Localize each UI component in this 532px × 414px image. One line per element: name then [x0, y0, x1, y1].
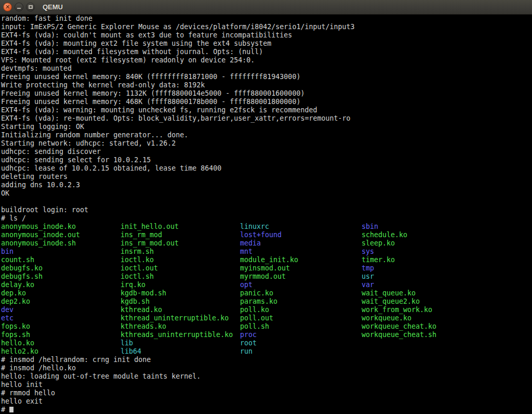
session-log: # insmod /hellrandom: crng init done# in… — [1, 356, 532, 406]
ls-entry-exec: dep2.ko — [1, 297, 121, 306]
ls-entry-exec: count.sh — [1, 256, 121, 264]
maximize-icon — [29, 5, 33, 9]
ls-entry-exec: ins_rm_mod.out — [121, 239, 240, 248]
window-titlebar[interactable]: ✕ QEMU — [0, 0, 532, 15]
ls-entry-exec: module_init.ko — [240, 256, 362, 264]
ls-entry-exec: ioctl.out — [121, 264, 240, 273]
ls-entry-dir: mnt — [240, 248, 362, 256]
ls-entry-exec: schedule.ko — [362, 231, 436, 239]
terminal-line: input: ImExPS/2 Generic Explorer Mouse a… — [1, 23, 532, 31]
terminal-line: Freeing unused kernel memory: 1132K (fff… — [1, 89, 532, 98]
terminal-line: EXT4-fs (vda): couldn't mount as ext3 du… — [1, 31, 532, 40]
terminal-line: udhcpc: lease of 10.0.2.15 obtained, lea… — [1, 164, 532, 173]
terminal-line: Starting logging: OK — [1, 123, 532, 131]
ls-entry-exec: anonymous_inode.out — [1, 231, 121, 239]
terminal-line: # insmod /hello.ko — [1, 364, 532, 372]
close-icon: ✕ — [5, 4, 10, 10]
terminal-line: VFS: Mounted root (ext2 filesystem) read… — [1, 56, 532, 64]
ls-entry-dir: bin — [1, 248, 121, 256]
ls-entry-dir: opt — [240, 281, 362, 289]
ls-entry-exec: myinsmod.out — [240, 264, 362, 273]
terminal-line: buildroot login: root — [1, 206, 532, 214]
minimize-icon — [17, 8, 21, 9]
terminal-line: hello exit — [1, 397, 532, 406]
ls-entry-exec: poll.sh — [240, 322, 362, 331]
terminal-line: random: fast init done — [1, 15, 532, 23]
ls-entry-link: run — [240, 347, 362, 356]
ls-entry-dir: tmp — [362, 264, 436, 273]
ls-entry-exec: workqueue_cheat.ko — [362, 322, 436, 331]
terminal-line: hello: loading out-of-tree module taints… — [1, 372, 532, 381]
ls-entry-exec: kthread.ko — [121, 306, 240, 314]
cursor — [9, 407, 14, 412]
terminal-line: Freeing unused kernel memory: 840K (ffff… — [1, 73, 532, 81]
ls-entry-exec: workqueue.ko — [362, 314, 436, 322]
terminal-line: # rmmod hello — [1, 389, 532, 397]
boot-log: random: fast init doneinput: ImExPS/2 Ge… — [1, 15, 532, 223]
terminal-line: EXT4-fs (vda): mounting ext2 file system… — [1, 40, 532, 48]
terminal-line: hello init — [1, 381, 532, 389]
terminal-line — [1, 198, 532, 206]
ls-column: anonymous_inode.koanonymous_inode.outano… — [1, 223, 121, 356]
ls-entry-dir: lost+found — [240, 231, 362, 239]
ls-entry-exec: kgdb-mod.sh — [121, 289, 240, 297]
ls-entry-exec: fops.sh — [1, 331, 121, 339]
terminal-line: # ls / — [1, 214, 532, 223]
prompt-text: # — [1, 406, 9, 413]
ls-entry-link: lib — [121, 339, 240, 347]
ls-entry-exec: irq.ko — [121, 281, 240, 289]
ls-entry-link: lib64 — [121, 347, 240, 356]
terminal-line: # insmod /hellrandom: crng init done — [1, 356, 532, 364]
ls-entry-exec: timer.ko — [362, 256, 436, 264]
ls-entry-dir: sys — [362, 248, 436, 256]
ls-entry-exec: panic.ko — [240, 289, 362, 297]
terminal-line: Initializing random number generator... … — [1, 131, 532, 139]
ls-entry-exec: init_hello.out — [121, 223, 240, 231]
terminal-line: Write protecting the kernel read-only da… — [1, 81, 532, 89]
ls-entry-exec: ioctl.sh — [121, 273, 240, 281]
window-title: QEMU — [43, 3, 63, 11]
ls-entry-exec: wait_queue.ko — [362, 289, 436, 297]
ls-column: linuxrclost+foundmediamntmodule_init.kom… — [240, 223, 362, 356]
ls-entry-exec: kthreads_uninterruptible.ko — [121, 331, 240, 339]
ls-entry-exec: dep.ko — [1, 289, 121, 297]
maximize-button[interactable] — [26, 3, 35, 11]
ls-column: sbinschedule.kosleep.kosystimer.kotmpusr… — [362, 223, 436, 356]
terminal-line: adding dns 10.0.2.3 — [1, 181, 532, 189]
ls-entry-dir: var — [362, 281, 436, 289]
ls-entry-exec: work_from_work.ko — [362, 306, 436, 314]
terminal-line: deleting routers — [1, 173, 532, 181]
ls-entry-exec: insrm.sh — [121, 248, 240, 256]
ls-output: anonymous_inode.koanonymous_inode.outano… — [1, 223, 532, 356]
ls-entry-exec: delay.ko — [1, 281, 121, 289]
ls-entry-exec: kthreads.ko — [121, 322, 240, 331]
ls-entry-exec: poll.ko — [240, 306, 362, 314]
ls-entry-exec: anonymous_inode.sh — [1, 239, 121, 248]
ls-entry-exec: debugfs.sh — [1, 273, 121, 281]
ls-entry-exec: kthread_uninterruptible.ko — [121, 314, 240, 322]
minimize-button[interactable] — [15, 3, 23, 11]
ls-entry-exec: anonymous_inode.ko — [1, 223, 121, 231]
ls-entry-exec: params.ko — [240, 297, 362, 306]
terminal-line: Freeing unused kernel memory: 468K (ffff… — [1, 98, 532, 106]
ls-entry-link: root — [240, 339, 362, 347]
ls-entry-exec: kgdb.sh — [121, 297, 240, 306]
terminal-line: EXT4-fs (vda): re-mounted. Opts: block_v… — [1, 114, 532, 123]
ls-entry-exec: sleep.ko — [362, 239, 436, 248]
ls-entry-exec: hello.ko — [1, 339, 121, 347]
ls-entry-exec: fops.ko — [1, 322, 121, 331]
ls-entry-exec: hello2.ko — [1, 347, 121, 356]
terminal-screen[interactable]: random: fast init doneinput: ImExPS/2 Ge… — [0, 15, 532, 414]
ls-entry-exec: wait_queue2.ko — [362, 297, 436, 306]
terminal-line: udhcpc: sending select for 10.0.2.15 — [1, 156, 532, 164]
ls-entry-dir: etc — [1, 314, 121, 322]
close-button[interactable]: ✕ — [3, 3, 12, 11]
ls-entry-dir: media — [240, 239, 362, 248]
ls-entry-link: linuxrc — [240, 223, 362, 231]
ls-column: init_hello.outins_rm_modins_rm_mod.outin… — [121, 223, 240, 356]
ls-entry-exec: ioctl.ko — [121, 256, 240, 264]
ls-entry-dir: dev — [1, 306, 121, 314]
terminal-line: devtmpfs: mounted — [1, 64, 532, 73]
ls-entry-exec: myrmmod.out — [240, 273, 362, 281]
ls-entry-exec: workqueue_cheat.sh — [362, 331, 436, 339]
